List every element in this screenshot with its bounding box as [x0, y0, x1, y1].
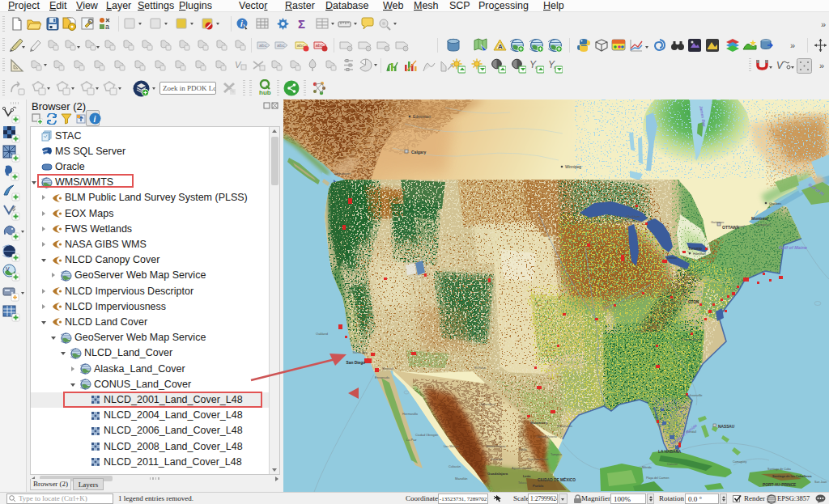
svg-text:Mérida: Mérida: [642, 466, 652, 469]
svg-text:NASSAU: NASSAU: [718, 425, 735, 429]
svg-text:Montréal: Montréal: [751, 216, 768, 221]
svg-text:Gómez Palacio: Gómez Palacio: [486, 445, 505, 448]
svg-text:Calgary: Calgary: [411, 150, 427, 155]
svg-text:Gatineau: Gatineau: [711, 220, 724, 224]
svg-text:Guadalajara: Guadalajara: [487, 472, 508, 476]
svg-text:V: V: [776, 60, 784, 71]
svg-text:A: A: [498, 43, 503, 50]
svg-text:Edmonton: Edmonton: [413, 115, 431, 119]
svg-text:CIUDAD DE MÉXICO: CIUDAD DE MÉXICO: [538, 476, 576, 482]
svg-text:Toronto: Toronto: [688, 247, 702, 251]
svg-text:León: León: [523, 474, 531, 478]
svg-text:Gulf of Maine: Gulf of Maine: [779, 245, 807, 250]
svg-text:LA HABANA: LA HABANA: [658, 450, 682, 454]
svg-text:Virginia Beach: Virginia Beach: [682, 338, 701, 341]
svg-text:Matamoros: Matamoros: [557, 425, 572, 428]
svg-text:Σ: Σ: [298, 17, 305, 31]
svg-text:Santa Ana: Santa Ana: [353, 350, 368, 354]
svg-text:San Juan: San Juan: [814, 481, 827, 484]
svg-text:Longueuil: Longueuil: [756, 222, 770, 227]
svg-text:El Paso: El Paso: [474, 366, 487, 370]
svg-text:Monterrey: Monterrey: [530, 421, 548, 425]
svg-text:Mississauga: Mississauga: [625, 220, 643, 223]
svg-text:GTON: GTON: [688, 300, 699, 304]
svg-text:Aguascalientes: Aguascalientes: [512, 467, 532, 470]
svg-text:Puebla: Puebla: [533, 484, 544, 488]
svg-text:i: i: [94, 115, 96, 124]
svg-text:i: i: [240, 19, 243, 28]
svg-text:Oakland: Oakland: [316, 332, 328, 336]
svg-text:Santiago de Cuba: Santiago de Cuba: [767, 468, 791, 471]
svg-text:Mexicali: Mexicali: [382, 367, 393, 371]
svg-text:Durango: Durango: [491, 458, 503, 461]
svg-text:PORT-AU-PRINCE: PORT-AU-PRINCE: [763, 483, 797, 487]
svg-text:Québec: Québec: [769, 201, 782, 205]
svg-text:Ciudad Victoria: Ciudad Victoria: [536, 435, 558, 438]
svg-text:abc: abc: [297, 43, 305, 48]
svg-text:a: a: [105, 23, 109, 31]
svg-text:Camagüey: Camagüey: [733, 460, 747, 464]
svg-text:Chihuahua: Chihuahua: [479, 402, 495, 406]
svg-text:San Luis Potosí: San Luis Potosí: [528, 458, 548, 461]
svg-text:V: V: [6, 266, 10, 272]
svg-text:abc: abc: [277, 43, 285, 48]
svg-text:Playa del Carmen: Playa del Carmen: [646, 476, 670, 480]
svg-text:San Diego: San Diego: [346, 361, 366, 365]
svg-text:Detroit: Detroit: [667, 256, 678, 260]
svg-text:Toluca: Toluca: [518, 481, 526, 485]
svg-text:Vancouver: Vancouver: [334, 172, 351, 176]
svg-text:abc: abc: [259, 43, 267, 48]
svg-text:Laval: Laval: [737, 224, 745, 228]
svg-text:Orlando: Orlando: [677, 406, 687, 409]
svg-text:Winnipeg: Winnipeg: [565, 165, 581, 169]
svg-text:Los Mochis: Los Mochis: [444, 445, 459, 448]
svg-text:Jacksonville: Jacksonville: [685, 393, 703, 397]
svg-text:hub: hub: [259, 89, 271, 96]
svg-text:Cancún: Cancún: [667, 463, 678, 466]
svg-text:La Paz: La Paz: [406, 438, 416, 442]
svg-text:Santiago de los Caballeros: Santiago de los Caballeros: [772, 475, 812, 478]
svg-text:Hermosillo: Hermosillo: [402, 412, 419, 416]
svg-text:Markham: Markham: [627, 214, 640, 218]
svg-text:Mazatlán: Mazatlán: [455, 477, 467, 481]
svg-text:Hamilton: Hamilton: [693, 252, 706, 256]
svg-text:abc: abc: [316, 43, 324, 48]
svg-text:Saltillo: Saltillo: [518, 448, 527, 451]
svg-text:Ensenada: Ensenada: [375, 375, 390, 379]
svg-text:Ciudad Obregón: Ciudad Obregón: [415, 434, 438, 437]
svg-text:Culiacán: Culiacán: [449, 465, 461, 468]
svg-text:Tampico: Tampico: [551, 453, 562, 456]
